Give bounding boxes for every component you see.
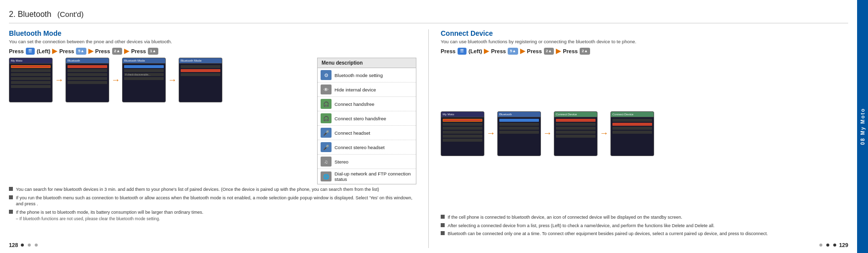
screen-3-row-4 <box>124 77 164 80</box>
cs3-row-5 <box>556 135 596 138</box>
bluetooth-mode-title: Bluetooth Mode <box>9 29 416 37</box>
note-bullet-2 <box>9 195 13 199</box>
screen-1-row-6 <box>11 85 51 88</box>
cs1-row-4 <box>443 131 482 134</box>
connect-press-label-3: Press <box>527 48 542 54</box>
connect-left-label: (Left) <box>468 48 482 54</box>
connect-screen-1: My Moto <box>441 111 484 156</box>
connect-note-text-3: Bluetooth can be connected only one at a… <box>448 231 768 237</box>
menu-item-5: 🎤 Connect headset <box>318 126 416 140</box>
menu-icon-5: 🎤 <box>321 128 332 138</box>
arrow-2: ▶ <box>88 47 93 55</box>
connect-screen-arrow-3: → <box>600 128 608 139</box>
key-5[interactable]: 5▲ <box>76 48 86 55</box>
cs1-row-2 <box>443 123 482 126</box>
cs2-row-4 <box>499 131 539 134</box>
menu-label-4: Connect stero handsfree <box>334 116 386 121</box>
connect-device-subtitle: You can use bluetooth functions by regis… <box>441 39 848 44</box>
screen-4-row-3 <box>181 73 220 76</box>
cs3-header: Connect Device <box>554 112 597 117</box>
screen-1-row-2 <box>11 69 51 72</box>
screen-3-row-3: If check discoverable... <box>124 73 164 76</box>
press-label-4: Press <box>131 48 146 54</box>
screen-2-row-3 <box>67 73 107 76</box>
title-text: 2. Bluetooth <box>9 10 51 18</box>
press-label-1: Press <box>9 48 24 54</box>
cs4-row-4 <box>612 131 652 134</box>
note-text-3: If the phone is set to bluetooth mode, i… <box>16 209 203 216</box>
screen-3-body: If check discoverable... <box>123 64 165 83</box>
connect-arrow-2: ▶ <box>520 47 525 55</box>
two-column-layout: Bluetooth Mode You can set the connectio… <box>9 29 848 248</box>
dot-r-2 <box>826 244 829 247</box>
cs2-row-1 <box>499 119 539 122</box>
connect-device-title: Connect Device <box>441 29 848 37</box>
page-num-left-value: 128 <box>9 242 18 248</box>
note-bullet-3 <box>9 210 13 214</box>
dot-2 <box>28 244 31 247</box>
cs1-body <box>441 117 484 144</box>
connect-screen-2: Bluetooth <box>497 111 541 156</box>
cs1-header: My Moto <box>441 112 484 117</box>
dot-r-3 <box>833 244 836 247</box>
cs3-row-3 <box>556 127 596 130</box>
key-2[interactable]: 2▲ <box>112 48 122 55</box>
screen-2-row-2 <box>67 69 107 72</box>
connect-device-section: Connect Device You can use bluetooth fun… <box>441 29 848 248</box>
cs3-row-2 <box>556 123 596 126</box>
connect-note-1: If the cell phone is connected to blueto… <box>441 214 848 221</box>
connect-arrow-3: ▶ <box>556 47 561 55</box>
dot-3 <box>35 244 38 247</box>
connect-key-2[interactable]: 2▲ <box>544 48 554 55</box>
cs3-row-1 <box>556 119 596 122</box>
key-1[interactable]: 1▲ <box>148 48 158 55</box>
page-number-left: 128 <box>9 239 416 248</box>
screen-2: Bluetooth <box>66 58 109 102</box>
cs3-body <box>554 117 597 140</box>
connect-press-label-4: Press <box>563 48 578 54</box>
connect-key-menu[interactable]: ☰ <box>458 48 467 55</box>
screen-4-header: Bluetooth Mode <box>179 58 222 64</box>
menu-label-3: Connect handsfree <box>334 101 374 107</box>
sidebar-label: 08 My Moto <box>860 108 866 145</box>
note-3: If the phone is set to bluetooth mode, i… <box>9 209 416 216</box>
connect-screen-arrow-2: → <box>543 128 552 139</box>
page-number-right: 129 <box>441 239 848 248</box>
key-menu[interactable]: ☰ <box>26 48 35 55</box>
connect-note-3: Bluetooth can be connected only one at a… <box>441 231 848 237</box>
screen-1-row-5 <box>11 81 51 84</box>
arrow-1: ▶ <box>52 47 57 55</box>
menu-icon-4: 🎧 <box>321 113 332 123</box>
screen-arrow-3: → <box>168 75 177 85</box>
main-content: 2. Bluetooth (Cont'd) Bluetooth Mode You… <box>0 0 857 253</box>
title-cont: (Cont'd) <box>58 10 84 18</box>
screen-1-row-4 <box>11 77 51 80</box>
connect-note-2: After selecting a connected device from … <box>441 223 848 229</box>
menu-label-7: Stereo <box>334 159 348 165</box>
menu-label-6: Connect stereo headset <box>334 145 385 150</box>
connect-key-2b[interactable]: 2▲ <box>580 48 590 55</box>
cs2-body <box>498 117 540 136</box>
note-3-sub: – If bluetooth functions are not used, p… <box>16 216 416 221</box>
menu-icon-6: 🎤 <box>321 142 332 152</box>
connect-key-5[interactable]: 5▲ <box>508 48 518 55</box>
column-divider <box>428 29 429 248</box>
connect-note-text-1: If the cell phone is connected to blueto… <box>448 214 682 221</box>
bluetooth-mode-section: Bluetooth Mode You can set the connectio… <box>9 29 416 248</box>
menu-icon-1: ⚙ <box>321 70 332 80</box>
cs1-row-6 <box>443 139 482 142</box>
cs4-row-3 <box>612 127 652 130</box>
screen-arrow-1: → <box>55 75 64 85</box>
cs4-header: Connect Device <box>611 112 654 117</box>
bluetooth-mode-notes: You can search for new bluetooth devices… <box>9 186 416 223</box>
menu-icon-2: 👁 <box>321 84 332 94</box>
screen-2-row-4 <box>67 77 107 80</box>
note-1: You can search for new bluetooth devices… <box>9 186 416 193</box>
menu-desc-title: Menu description <box>318 58 416 68</box>
connect-screen-sequence: My Moto → Bluetooth <box>441 58 848 209</box>
cs2-row-3 <box>499 127 539 130</box>
screen-3-header: Bluetooth Mode <box>123 58 165 64</box>
screen-4-body <box>179 64 222 79</box>
cs4-body <box>611 117 654 136</box>
cs2-header: Bluetooth <box>498 112 540 117</box>
